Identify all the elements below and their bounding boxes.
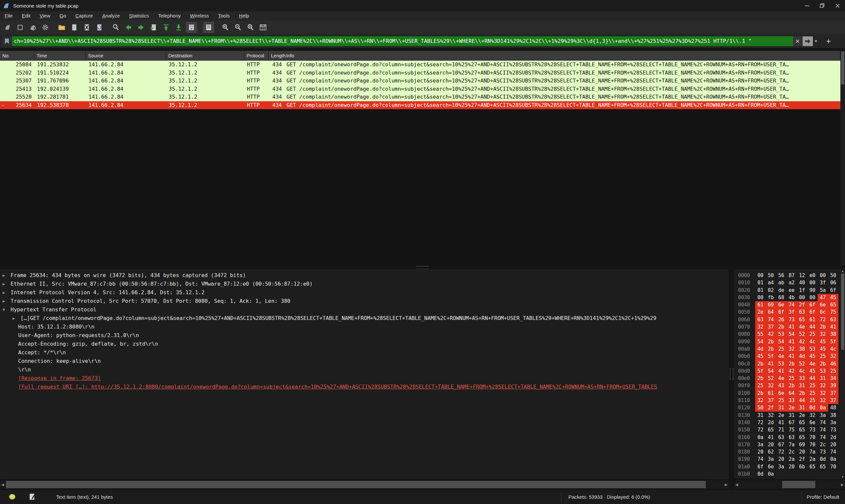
stop-capture-button[interactable] [15,22,25,32]
hex-byte[interactable]: 69 [797,441,807,448]
menu-analyze[interactable]: Analyze [98,11,124,20]
hex-byte[interactable]: 67 [776,441,787,448]
hex-byte[interactable]: 73 [817,448,828,455]
hex-byte[interactable]: 2b [755,390,766,397]
hex-byte[interactable]: 42 [766,330,776,338]
hex-byte[interactable]: 37 [828,397,839,404]
scrollbar-thumb[interactable] [841,274,844,349]
hex-byte[interactable]: 25 [807,382,818,389]
restart-capture-button[interactable] [28,22,38,32]
hex-byte[interactable]: 54 [755,338,766,345]
filter-add-button[interactable]: + [824,36,833,46]
hex-byte[interactable]: 12 [797,272,807,279]
hex-byte[interactable]: 41 [787,338,797,345]
hex-byte[interactable]: 4d [797,353,807,360]
hex-byte[interactable]: 32 [766,382,776,389]
status-profile[interactable]: Profile: Default [807,490,839,504]
pane-splitter-horizontal[interactable] [0,266,845,269]
hex-byte[interactable]: 0a [755,434,766,441]
hex-byte[interactable]: 70 [807,434,818,441]
hex-byte[interactable]: 72 [817,316,828,323]
hex-byte[interactable]: 2b [766,338,776,345]
detail-line[interactable]: Accept: */*\r\n [0,348,729,357]
hex-byte[interactable]: 2e [787,404,797,411]
hex-byte[interactable]: 4e [797,323,807,330]
column-header-protocol[interactable]: Protocol [244,51,269,61]
hex-byte[interactable]: 6f [807,308,818,316]
hex-byte[interactable]: 32 [755,397,766,404]
hex-byte[interactable]: 63 [755,316,766,323]
details-hscrollbar[interactable]: ◀ ▶ [0,480,729,489]
close-button[interactable] [830,0,845,11]
hex-byte[interactable]: 3f [817,279,828,286]
menu-statistics[interactable]: Statistics [124,11,154,20]
hex-byte[interactable]: 37 [766,397,776,404]
hex-byte[interactable]: 34 [828,375,839,382]
hex-byte[interactable]: 44 [807,323,818,330]
hex-byte[interactable]: 32 [787,345,797,353]
hex-byte[interactable]: 50 [755,404,766,411]
hex-byte[interactable]: 41 [776,367,787,375]
hex-byte[interactable]: 41 [787,353,797,360]
hex-byte[interactable]: 20 [766,441,776,448]
hex-byte[interactable]: 2c [817,441,828,448]
hex-byte[interactable]: fb [766,294,776,301]
hex-byte[interactable]: 45 [817,345,828,353]
hex-byte[interactable]: 00 [817,272,828,279]
detail-link[interactable]: [Full request URI […]: http://35.12.1.2:… [18,383,657,391]
hex-byte[interactable]: 70 [828,463,839,470]
hex-byte[interactable]: 20 [797,448,807,455]
hex-byte[interactable]: 50 [766,272,776,279]
detail-line[interactable]: ▶Ethernet II, Src: VMware_87:c7:bb (00:5… [0,280,729,288]
zoom-reset-button[interactable] [246,22,256,32]
expander-collapsed-icon[interactable]: ▶ [3,280,5,288]
column-header-length[interactable]: Length [269,51,284,61]
hex-byte[interactable]: 65 [797,426,807,433]
hex-byte[interactable]: 4d [755,345,766,353]
packet-row[interactable]: 25202191.510224141.66.2.8435.12.1.2HTTP4… [0,69,840,77]
hex-byte[interactable]: 53 [817,367,828,375]
hex-byte[interactable]: 0d [755,470,766,478]
menu-capture[interactable]: Capture [71,11,98,20]
hex-byte[interactable]: 4c [797,367,807,375]
hex-byte[interactable]: 48 [828,404,839,411]
hex-byte[interactable]: 26 [776,316,787,323]
hex-byte[interactable]: 62 [766,448,776,455]
hex-byte[interactable]: 70 [807,441,818,448]
hex-byte[interactable]: 2f [797,301,807,308]
hex-byte[interactable]: 53 [776,330,787,338]
hex-byte[interactable]: 31 [755,412,766,419]
detail-line[interactable]: ▶Frame 25634: 434 bytes on wire (3472 bi… [0,271,729,280]
hex-byte[interactable]: 20 [755,448,766,455]
hex-byte[interactable]: 01 [755,287,766,294]
close-file-button[interactable] [82,22,92,32]
detail-line[interactable]: ▶Transmission Control Protocol, Src Port… [0,297,729,305]
go-last-button[interactable] [174,22,183,32]
hex-byte[interactable]: 4e [776,353,787,360]
hex-byte[interactable]: 4e [776,375,787,382]
hex-byte[interactable]: 6e [766,463,776,470]
hex-byte[interactable]: 06 [828,279,839,286]
filter-dropdown-button[interactable]: ▼ [813,36,819,46]
hex-byte[interactable]: 52 [797,360,807,367]
hex-byte[interactable]: 45 [755,353,766,360]
hex-byte[interactable]: 6f [776,308,787,316]
hex-byte[interactable]: 45 [807,367,818,375]
hex-byte[interactable]: 74 [817,419,828,426]
hex-byte[interactable]: 65 [828,301,839,308]
filter-apply-button[interactable] [803,36,813,46]
hex-byte[interactable]: 00 [807,279,818,286]
hex-byte[interactable]: 32 [755,323,766,330]
pane-splitter-vertical[interactable] [729,269,734,479]
hex-byte[interactable]: 2b [776,323,787,330]
hex-byte[interactable]: 0d [807,404,818,411]
menu-wireless[interactable]: Wireless [186,11,214,20]
hex-byte[interactable]: 2d [828,434,839,441]
hex-byte[interactable]: 31 [787,412,797,419]
hex-byte[interactable]: 6e [807,419,818,426]
hex-byte[interactable]: 74 [817,434,828,441]
hex-byte[interactable]: 2f [797,455,807,463]
hex-byte[interactable]: 45 [807,353,818,360]
hex-byte[interactable]: 3a [817,412,828,419]
detail-line[interactable]: ▶[…]GET /complaint/onewordPage.do?column… [0,314,729,323]
